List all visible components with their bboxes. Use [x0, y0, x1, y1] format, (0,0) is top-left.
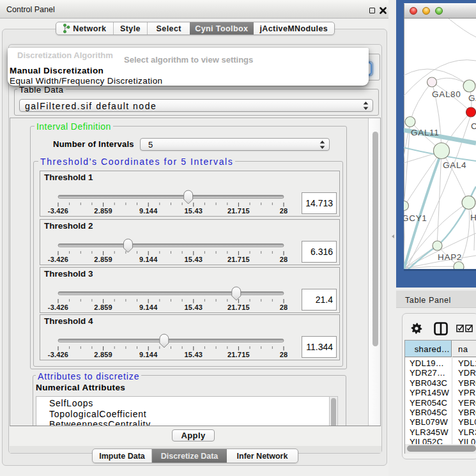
svg-text:9.144: 9.144 [139, 351, 158, 358]
svg-text:2.859: 2.859 [94, 303, 112, 311]
svg-text:15.43: 15.43 [185, 351, 203, 358]
svg-text:28: 28 [280, 207, 288, 215]
svg-text:21.715: 21.715 [227, 303, 250, 311]
svg-text:HAP2: HAP2 [438, 252, 462, 262]
svg-text:15.43: 15.43 [185, 207, 203, 215]
svg-text:9.144: 9.144 [139, 207, 158, 215]
svg-text:21.715: 21.715 [227, 256, 250, 263]
svg-text:C: C [471, 121, 476, 131]
svg-text:28: 28 [280, 256, 288, 263]
svg-text:21.715: 21.715 [227, 351, 250, 358]
svg-text:H: H [470, 213, 476, 222]
svg-text:-3.426: -3.426 [48, 351, 68, 358]
svg-text:2.859: 2.859 [94, 351, 112, 358]
svg-text:GA: GA [468, 93, 476, 103]
svg-text:-3.426: -3.426 [48, 207, 68, 215]
svg-text:2.859: 2.859 [94, 256, 112, 263]
svg-text:GCY1: GCY1 [404, 213, 427, 223]
svg-text:28: 28 [280, 303, 288, 311]
svg-text:2.859: 2.859 [94, 207, 112, 215]
svg-text:15.43: 15.43 [185, 256, 203, 263]
svg-text:GAL4: GAL4 [443, 160, 466, 170]
svg-text:15.43: 15.43 [185, 303, 203, 311]
svg-text:GAL80: GAL80 [432, 89, 461, 99]
svg-text:28: 28 [280, 351, 288, 358]
svg-text:9.144: 9.144 [139, 256, 158, 263]
svg-text:9.144: 9.144 [139, 303, 158, 311]
svg-text:-3.426: -3.426 [48, 303, 68, 311]
svg-text:21.715: 21.715 [227, 207, 250, 215]
svg-text:GAL11: GAL11 [411, 128, 440, 137]
svg-text:-3.426: -3.426 [48, 256, 68, 263]
